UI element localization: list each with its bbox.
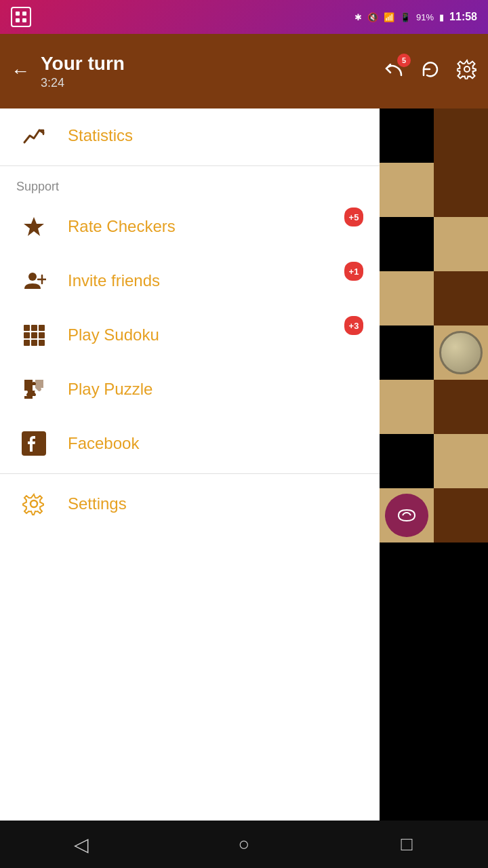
star-icon [16, 209, 52, 244]
undo-button[interactable]: 5 [384, 59, 404, 84]
status-bar-right: ✱ 🔇 📶 📱 91% ▮ 11:58 [354, 11, 477, 23]
settings-label: Settings [68, 494, 127, 513]
board-cell [380, 380, 434, 434]
menu-item-facebook[interactable]: Facebook [0, 416, 380, 471]
board-cell [380, 271, 434, 326]
board-cell [380, 108, 434, 163]
svg-rect-11 [39, 325, 45, 331]
settings-button[interactable] [457, 59, 477, 84]
board-cell-with-piece [434, 326, 488, 380]
rate-checkers-badge: +5 [344, 208, 363, 226]
svg-rect-10 [31, 325, 37, 331]
board-cell [380, 542, 434, 597]
svg-rect-15 [24, 340, 30, 346]
invite-friends-badge: +1 [344, 262, 363, 281]
svg-rect-9 [24, 325, 30, 331]
person-add-icon [16, 263, 52, 298]
board-preview [380, 108, 488, 821]
status-time: 11:58 [449, 11, 477, 23]
board-cell [380, 326, 434, 380]
wifi-icon: 📶 [384, 12, 394, 22]
svg-rect-3 [22, 18, 26, 22]
mute-icon: 🔇 [367, 12, 378, 22]
board-cell [434, 542, 488, 597]
toolbar: ← Your turn 3:24 5 [0, 34, 488, 108]
invite-friends-label: Invite friends [68, 271, 160, 290]
board-cell [434, 217, 488, 271]
undo-badge: 5 [397, 54, 411, 67]
svg-point-19 [30, 500, 37, 507]
svg-rect-0 [16, 12, 20, 16]
status-bar-left [11, 7, 31, 27]
sim-icon: 📱 [400, 12, 411, 22]
board-cell [434, 380, 488, 434]
divider-2 [0, 473, 380, 474]
svg-marker-5 [24, 217, 44, 236]
toolbar-title-block: Your turn 3:24 [41, 53, 384, 90]
svg-rect-17 [39, 340, 45, 346]
menu-item-rate-checkers[interactable]: Rate Checkers +5 [0, 199, 380, 254]
svg-rect-16 [31, 340, 37, 346]
menu-item-statistics[interactable]: Statistics [0, 108, 380, 163]
statistics-icon [16, 118, 52, 153]
menu-item-play-puzzle[interactable]: Play Puzzle [0, 362, 380, 416]
menu-item-settings[interactable]: Settings [0, 477, 380, 531]
app-icon [11, 7, 31, 27]
board-cell [380, 217, 434, 271]
board-cell [434, 271, 488, 326]
facebook-icon [16, 426, 52, 461]
statistics-label: Statistics [68, 126, 133, 145]
puzzle-icon [16, 372, 52, 407]
battery-label: 91% [416, 12, 434, 22]
svg-rect-14 [39, 332, 45, 338]
svg-rect-1 [22, 12, 26, 16]
board-cell [380, 434, 434, 488]
refresh-button[interactable] [420, 59, 441, 84]
board-cell [434, 108, 488, 163]
nav-recent-button[interactable]: □ [380, 824, 434, 865]
battery-icon: ▮ [439, 12, 444, 22]
nav-home-button[interactable]: ○ [217, 824, 271, 865]
grid-icon [16, 317, 52, 353]
drawer-menu: Statistics Support Rate Checkers +5 [0, 108, 380, 821]
svg-point-4 [464, 66, 470, 72]
board-cell [434, 163, 488, 217]
board-cell [380, 163, 434, 217]
support-header: Support [0, 169, 380, 199]
menu-item-play-sudoku[interactable]: Play Sudoku +3 [0, 308, 380, 362]
nav-back-button[interactable]: ◁ [54, 824, 108, 865]
bluetooth-icon: ✱ [354, 12, 362, 22]
gear-icon [16, 486, 52, 521]
play-sudoku-label: Play Sudoku [68, 326, 159, 344]
board-cell [434, 434, 488, 488]
logo-piece [385, 494, 428, 537]
menu-item-invite-friends[interactable]: Invite friends +1 [0, 254, 380, 308]
svg-point-6 [28, 273, 37, 281]
board-cell-logo [380, 488, 434, 542]
back-button[interactable]: ← [11, 60, 30, 82]
divider-1 [0, 165, 380, 166]
svg-rect-2 [16, 18, 20, 22]
toolbar-subtitle: 3:24 [41, 76, 384, 90]
toolbar-title: Your turn [41, 53, 384, 75]
board-cell [434, 488, 488, 542]
toolbar-actions: 5 [384, 59, 477, 84]
play-sudoku-badge: +3 [344, 316, 363, 335]
rate-checkers-label: Rate Checkers [68, 217, 176, 236]
status-bar: ✱ 🔇 📶 📱 91% ▮ 11:58 [0, 0, 488, 34]
checker-piece [439, 331, 483, 374]
svg-rect-12 [24, 332, 30, 338]
nav-bar: ◁ ○ □ [0, 821, 488, 868]
play-puzzle-label: Play Puzzle [68, 380, 152, 399]
main-content: Statistics Support Rate Checkers +5 [0, 108, 488, 821]
svg-rect-13 [31, 332, 37, 338]
facebook-label: Facebook [68, 434, 139, 453]
